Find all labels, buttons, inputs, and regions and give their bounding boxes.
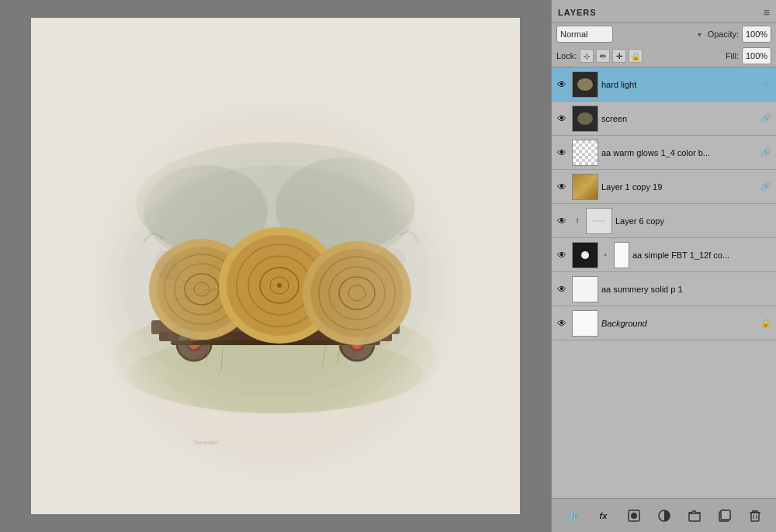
- layer-thumbnail: [572, 105, 598, 132]
- lock-fill-row: Lock: ⊹ ✏ ✛ 🔒 Fill: 100%: [552, 45, 776, 67]
- group-layers-button[interactable]: [685, 506, 704, 525]
- layer-visibility-toggle[interactable]: 👁: [555, 112, 569, 126]
- opacity-label: Opacity:: [708, 29, 739, 39]
- svg-rect-65: [721, 510, 730, 520]
- layer-effects-button[interactable]: fx: [594, 506, 613, 525]
- panel-footer: 🔗 fx: [552, 498, 776, 532]
- lock-pixels-button[interactable]: ✏: [596, 49, 610, 63]
- link-layers-button[interactable]: 🔗: [564, 506, 583, 525]
- layer-chain-icon: 🔗: [759, 180, 773, 194]
- lock-label: Lock:: [556, 51, 577, 60]
- svg-rect-59: [573, 311, 598, 336]
- svg-point-56: [581, 251, 589, 259]
- layer-thumbnail: [572, 276, 598, 302]
- svg-rect-58: [573, 277, 598, 302]
- opacity-value[interactable]: 100%: [742, 26, 771, 43]
- layer-chain-icon: 🔗: [759, 146, 773, 160]
- layer-visibility-toggle[interactable]: 👁: [555, 180, 569, 194]
- layer-item[interactable]: 👁 aa summery solid p 1: [552, 272, 776, 306]
- lock-position-button[interactable]: ⊹: [580, 49, 594, 63]
- svg-rect-63: [689, 513, 700, 521]
- blend-mode-wrapper[interactable]: Normal Dissolve Multiply Screen Hard Lig…: [556, 26, 705, 43]
- layers-panel: LAYERS ≡ Normal Dissolve Multiply Screen…: [551, 0, 776, 532]
- add-mask-button[interactable]: [625, 506, 643, 525]
- layer-name: Layer 1 copy 19: [601, 182, 756, 192]
- fill-label: Fill:: [726, 51, 739, 60]
- layer-thumbnail: [572, 242, 598, 268]
- layer-item[interactable]: 👁 • aa simple FBT 1_12f co...: [552, 238, 776, 272]
- blend-opacity-row: Normal Dissolve Multiply Screen Hard Lig…: [552, 23, 776, 45]
- layer-mask-thumbnail: [614, 242, 629, 268]
- panel-menu-icon[interactable]: ≡: [764, 6, 770, 19]
- lock-move-button[interactable]: ✛: [612, 49, 626, 63]
- layer-visibility-toggle[interactable]: 👁: [555, 146, 569, 160]
- blend-opacity-section: Normal Dissolve Multiply Screen Hard Lig…: [552, 23, 776, 67]
- layer-name: Layer 6 copy: [615, 216, 773, 226]
- layer-thumbnail: [572, 71, 598, 98]
- layer-visibility-toggle[interactable]: 👁: [555, 214, 569, 228]
- layer-chain-icon: 🔗: [759, 78, 773, 92]
- new-layer-button[interactable]: [715, 506, 734, 525]
- layer-thumbnail: [586, 208, 612, 234]
- layer-name: aa simple FBT 1_12f co...: [632, 250, 773, 260]
- blend-mode-select[interactable]: Normal Dissolve Multiply Screen Hard Lig…: [556, 26, 613, 43]
- layer-name: aa warm glows 1_4 color b...: [601, 148, 756, 157]
- layer-visibility-toggle[interactable]: 👁: [555, 316, 569, 330]
- layer-visibility-toggle[interactable]: 👁: [555, 282, 569, 296]
- layer-name: hard light: [601, 80, 756, 89]
- svg-text:haymaker: haymaker: [194, 439, 219, 446]
- canvas-content: haymaker: [31, 18, 520, 514]
- layer-chain-icon: 🔗: [759, 112, 773, 126]
- layer-item[interactable]: 👁 Layer 1 copy 19 🔗: [552, 170, 776, 204]
- layer-item[interactable]: 👁 screen 🔗: [552, 102, 776, 136]
- delete-layer-button[interactable]: [746, 506, 764, 525]
- svg-point-61: [631, 513, 637, 519]
- layer-thumbnail: [572, 310, 598, 337]
- layer-item[interactable]: 👁 f Layer 6 copy: [552, 204, 776, 238]
- layer-clip-indicator: •: [601, 251, 609, 259]
- fill-value[interactable]: 100%: [742, 47, 771, 64]
- hay-image: haymaker: [50, 33, 501, 499]
- layer-name: Background: [601, 319, 756, 328]
- layer-item[interactable]: 👁 Background 🔒: [552, 306, 776, 340]
- layers-list: 👁 hard light 🔗 👁 screen 🔗 👁 aa warm glow…: [552, 67, 776, 498]
- svg-rect-47: [50, 33, 501, 499]
- layer-lock-icon: 🔒: [759, 316, 773, 330]
- layer-item[interactable]: 👁 aa warm glows 1_4 color b... 🔗: [552, 136, 776, 170]
- layer-thumbnail: [572, 140, 598, 166]
- layer-item[interactable]: 👁 hard light 🔗: [552, 67, 776, 102]
- layer-visibility-toggle[interactable]: 👁: [555, 248, 569, 262]
- lock-icons: ⊹ ✏ ✛ 🔒: [580, 49, 643, 63]
- panel-header: LAYERS ≡: [552, 0, 776, 23]
- layer-f-indicator: f: [572, 217, 583, 225]
- lock-all-button[interactable]: 🔒: [629, 49, 643, 63]
- canvas-area: haymaker: [0, 0, 551, 532]
- adjustment-layer-button[interactable]: [655, 506, 674, 525]
- layer-name: screen: [601, 114, 756, 123]
- layer-visibility-toggle[interactable]: 👁: [555, 78, 569, 92]
- layer-name: aa summery solid p 1: [601, 285, 773, 294]
- panel-title: LAYERS: [558, 8, 597, 17]
- svg-point-52: [577, 112, 593, 125]
- svg-rect-66: [751, 513, 759, 521]
- svg-rect-57: [615, 243, 629, 268]
- layer-thumbnail: [572, 174, 598, 200]
- svg-point-50: [577, 78, 593, 91]
